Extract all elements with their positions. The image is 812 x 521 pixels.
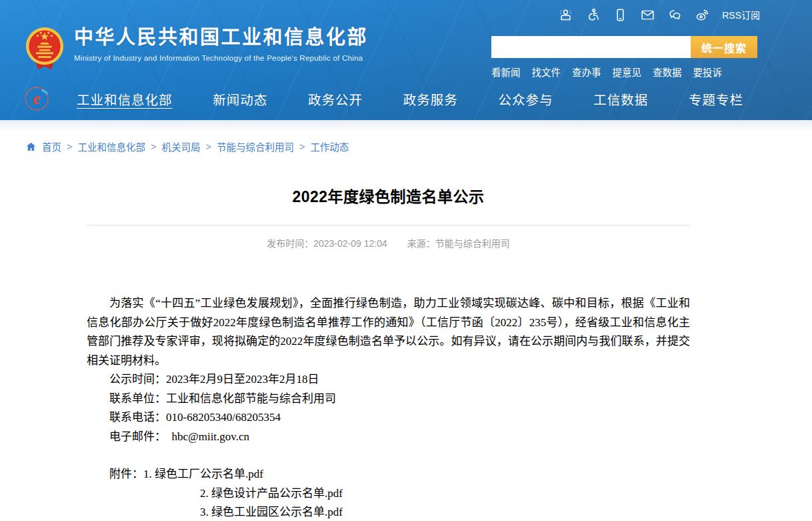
article: 2022年度绿色制造名单公示 发布时间：2023-02-09 12:04来源：节… [87,184,690,521]
search-input[interactable] [491,36,691,58]
nav-item-gov-disclosure[interactable]: 政务公开 [308,89,363,109]
site-title-en: Ministry of Industry and Information Tec… [74,53,368,62]
breadcrumb-home[interactable]: 首页 [42,139,61,153]
national-emblem-logo [25,27,64,71]
breadcrumb-energy-dept[interactable]: 节能与综合利用司 [217,139,294,153]
rss-subscribe-link[interactable]: RSS订阅 [722,8,760,21]
article-paragraph: 为落实《“十四五”工业绿色发展规划》，全面推行绿色制造，助力工业领域实现碳达峰、… [87,294,690,370]
breadcrumb-separator: > [67,141,72,152]
quick-link-data[interactable]: 查数据 [653,65,682,79]
nav-item-gov-services[interactable]: 政务服务 [403,89,458,109]
publish-time-value: 2023-02-09 12:04 [313,238,387,249]
quick-link-documents[interactable]: 找文件 [532,65,561,79]
brand-text-block: 中华人民共和国工业和信息化部 Ministry of Industry and … [74,27,368,62]
unified-search-button[interactable]: 统一搜索 [691,36,757,58]
breadcrumb-separator: > [299,141,305,152]
contact-phone-line: 联系电话：010-68205340/68205354 [87,408,690,428]
attachment-link-green-factory[interactable]: 1. 绿色工厂公示名单.pdf [143,468,263,480]
contact-unit-line: 联系单位：工业和信息化部节能与综合利用司 [87,390,690,409]
main-navigation: e 工业和信息化部 新闻动态 政务公开 政务服务 公众参与 工信数据 专题专栏 [0,77,812,120]
breadcrumb-separator: > [205,141,211,152]
source-value: 节能与综合利用司 [435,238,510,249]
mail-icon[interactable] [640,7,655,22]
title-divider [87,225,690,225]
utility-icon-bar: RSS订阅 [558,0,760,29]
publish-time-label: 发布时间： [267,238,313,249]
breadcrumb-departments[interactable]: 机关司局 [161,139,200,153]
content-area: 首页 > 工业和信息化部 > 机关司局 > 节能与综合利用司 > 工作动态 20… [0,139,812,521]
source-label: 来源： [407,238,435,249]
quick-links: 看新闻 找文件 查办事 提意见 查数据 要投诉 [491,65,757,79]
breadcrumb-separator: > [151,141,156,152]
miit-e-logo-icon[interactable]: e [23,85,51,113]
notice-period-line: 公示时间：2023年2月9日至2023年2月18日 [87,370,690,390]
wechat-icon[interactable] [667,7,682,22]
article-body: 为落实《“十四五”工业绿色发展规划》，全面推行绿色制造，助力工业领域实现碳达峰、… [87,294,690,521]
ai-assistant-icon[interactable] [558,7,573,22]
attachment-link-green-park[interactable]: 3. 绿色工业园区公示名单.pdf [87,503,690,521]
breadcrumb: 首页 > 工业和信息化部 > 机关司局 > 节能与综合利用司 > 工作动态 [25,139,812,153]
logo-letter-e: e [23,85,51,113]
quick-link-complaint[interactable]: 要投诉 [693,65,723,79]
nav-item-industry-data[interactable]: 工信数据 [593,89,648,109]
attachments-list: 附件：1. 绿色工厂公示名单.pdf 2. 绿色设计产品公示名单.pdf 3. … [87,465,690,521]
header-content-divider [0,120,812,131]
accessibility-icon[interactable] [585,7,600,22]
home-icon[interactable] [25,141,37,152]
breadcrumb-miit[interactable]: 工业和信息化部 [77,139,145,153]
breadcrumb-work-updates[interactable]: 工作动态 [310,139,349,153]
nav-item-special-columns[interactable]: 专题专栏 [689,89,743,109]
quick-link-services[interactable]: 查办事 [572,65,601,79]
article-title: 2022年度绿色制造名单公示 [87,184,690,207]
search-area: 统一搜索 看新闻 找文件 查办事 提意见 查数据 要投诉 [491,36,757,79]
nav-item-news[interactable]: 新闻动态 [213,89,267,109]
article-meta: 发布时间：2023-02-09 12:04来源：节能与综合利用司 [87,236,690,249]
quick-link-news[interactable]: 看新闻 [491,65,521,79]
site-title-cn: 中华人民共和国工业和信息化部 [74,27,368,49]
mobile-icon[interactable] [613,7,627,22]
site-masthead: RSS订阅 中华人民共和国工业和信息化部 Ministry of Industr… [0,0,812,120]
weibo-icon[interactable] [695,7,709,22]
quick-link-feedback[interactable]: 提意见 [613,65,642,79]
attachments-label: 附件： [109,468,143,480]
contact-email-line: 电子邮件： hbc@miit.gov.cn [87,428,690,447]
nav-item-public-participation[interactable]: 公众参与 [498,89,553,109]
nav-item-miit[interactable]: 工业和信息化部 [77,89,173,109]
attachment-link-green-design[interactable]: 2. 绿色设计产品公示名单.pdf [87,484,690,504]
site-brand[interactable]: 中华人民共和国工业和信息化部 Ministry of Industry and … [25,27,368,71]
